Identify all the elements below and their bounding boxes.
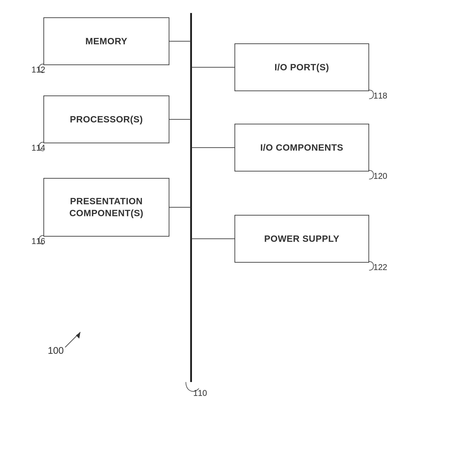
ref-116: 116	[32, 237, 45, 246]
processor-box: PROCESSOR(S)	[43, 96, 169, 143]
io-ports-box: I/O PORT(S)	[234, 43, 369, 91]
memory-label: MEMORY	[85, 35, 127, 47]
figure-ref: 100	[48, 345, 64, 356]
io-ports-label: I/O PORT(S)	[274, 61, 329, 73]
ref-118: 118	[373, 91, 387, 100]
ref-120: 120	[373, 171, 387, 181]
power-supply-label: POWER SUPPLY	[264, 233, 340, 245]
ref-110: 110	[193, 389, 207, 398]
power-supply-box: POWER SUPPLY	[234, 215, 369, 263]
presentation-box: PRESENTATIONCOMPONENT(S)	[43, 178, 169, 237]
svg-marker-8	[76, 332, 80, 339]
ref-114: 114	[32, 143, 45, 153]
processor-label: PROCESSOR(S)	[70, 114, 143, 125]
presentation-label: PRESENTATIONCOMPONENT(S)	[69, 195, 144, 219]
ref-112: 112	[32, 65, 45, 74]
memory-box: MEMORY	[43, 17, 169, 65]
io-components-box: I/O COMPONENTS	[234, 124, 369, 171]
ref-122: 122	[373, 263, 387, 272]
io-components-label: I/O COMPONENTS	[260, 142, 344, 154]
diagram-container: MEMORY PROCESSOR(S) PRESENTATIONCOMPONEN…	[0, 0, 469, 476]
